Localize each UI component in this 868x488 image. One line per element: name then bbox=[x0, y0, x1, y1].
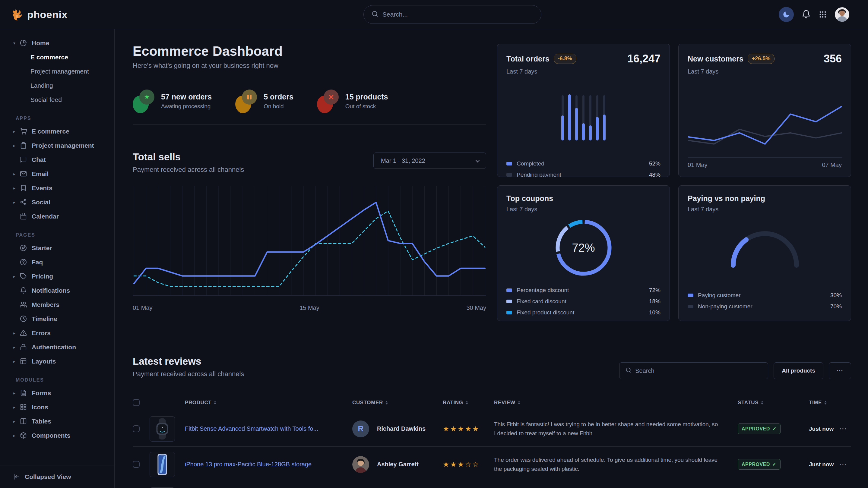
column-header-rating[interactable]: RATING bbox=[443, 400, 494, 406]
column-header-product[interactable]: PRODUCT bbox=[185, 400, 352, 406]
more-options-button[interactable]: ⋯ bbox=[829, 362, 851, 379]
order-stats-row: ★57 new ordersAwating processing5 orders… bbox=[133, 89, 486, 113]
table-row bbox=[133, 482, 851, 488]
total-sells-chart: 01 May15 May30 May bbox=[133, 184, 486, 312]
main-content: Ecommerce Dashboard Here's what's going … bbox=[115, 29, 868, 488]
legend-item: Pending payment48% bbox=[506, 169, 660, 177]
compass-icon bbox=[20, 245, 27, 251]
sidebar-subitem-project-management[interactable]: Project management bbox=[0, 64, 114, 78]
sidebar-item-calendar[interactable]: ▸Calendar bbox=[0, 209, 114, 223]
product-link[interactable]: Fitbit Sense Advanced Smartwatch with To… bbox=[185, 425, 352, 432]
caret-right-icon: ▸ bbox=[13, 143, 20, 148]
x-axis-label: 01 May bbox=[688, 162, 708, 168]
brand-name: phoenix bbox=[27, 9, 67, 21]
sidebar-item-forms[interactable]: ▸Forms bbox=[0, 386, 114, 400]
sidebar-item-errors[interactable]: ▸Errors bbox=[0, 326, 114, 340]
page-title: Ecommerce Dashboard bbox=[133, 44, 486, 59]
row-actions-button[interactable]: ⋯ bbox=[839, 460, 851, 469]
reviews-search-input[interactable] bbox=[635, 367, 762, 375]
product-thumbnail bbox=[150, 416, 175, 442]
legend-item: Fixed card discount18% bbox=[506, 296, 660, 307]
column-header-customer[interactable]: CUSTOMER bbox=[352, 400, 443, 406]
sidebar-item-label: Chat bbox=[32, 156, 46, 163]
stat-green: ★57 new ordersAwating processing bbox=[133, 89, 212, 113]
sidebar-item-label: Icons bbox=[32, 403, 48, 411]
stat-subtitle: Out of stock bbox=[345, 103, 388, 110]
shopping-cart-icon bbox=[20, 128, 27, 135]
theme-toggle-button[interactable] bbox=[779, 7, 794, 22]
legend-label: Fixed card discount bbox=[517, 298, 566, 305]
sidebar-item-home[interactable]: ▾Home bbox=[0, 36, 114, 50]
order-bar bbox=[575, 94, 578, 140]
reviews-search[interactable] bbox=[619, 362, 768, 379]
collapse-sidebar-button[interactable]: Collapsed View bbox=[0, 465, 114, 488]
sidebar-item-faq[interactable]: ▸Faq bbox=[0, 255, 114, 269]
status-badge: APPROVED✓ bbox=[738, 459, 780, 469]
sidebar-item-icons[interactable]: ▸Icons bbox=[0, 400, 114, 414]
rating-stars: ★★★☆☆ bbox=[443, 460, 494, 469]
sidebar-subitem-e-commerce[interactable]: E commerce bbox=[0, 50, 114, 64]
order-bar bbox=[561, 94, 564, 140]
sidebar-item-events[interactable]: ▸Events bbox=[0, 181, 114, 195]
clipboard-icon bbox=[20, 142, 27, 149]
paying-card: Paying vs non paying Last 7 days Paying … bbox=[678, 185, 851, 321]
legend-label: Completed bbox=[517, 160, 545, 167]
sidebar-item-project-management[interactable]: ▸Project management bbox=[0, 138, 114, 153]
x-axis-label: 07 May bbox=[822, 162, 842, 168]
coupons-donut-chart: 72% bbox=[553, 218, 614, 278]
sidebar-item-pricing[interactable]: ▸Pricing bbox=[0, 269, 114, 283]
sidebar-item-tables[interactable]: ▸Tables bbox=[0, 414, 114, 428]
apps-grid-button[interactable] bbox=[818, 10, 827, 19]
notifications-button[interactable] bbox=[802, 10, 811, 20]
column-header-time[interactable]: TIME bbox=[809, 400, 839, 406]
column-header-review[interactable]: REVIEW bbox=[494, 400, 738, 406]
global-search[interactable] bbox=[364, 5, 541, 24]
user-avatar[interactable] bbox=[835, 7, 849, 22]
column-header-status[interactable]: STATUS bbox=[738, 400, 809, 406]
grid-dots-icon bbox=[818, 10, 827, 19]
sidebar-item-layouts[interactable]: ▸Layouts bbox=[0, 354, 114, 368]
sidebar-item-timeline[interactable]: ▸Timeline bbox=[0, 312, 114, 326]
reviews-table-body: Fitbit Sense Advanced Smartwatch with To… bbox=[133, 411, 851, 488]
collapse-arrow-icon bbox=[13, 473, 20, 481]
sidebar-item-e-commerce[interactable]: ▸E commerce bbox=[0, 124, 114, 138]
date-range-select[interactable]: Mar 1 - 31, 2022 bbox=[373, 153, 486, 169]
nav-section-label: PAGES bbox=[0, 232, 114, 238]
caret-right-icon: ▸ bbox=[13, 186, 20, 191]
legend-color-chip bbox=[506, 311, 512, 314]
page-subtitle: Here's what's going on at your business … bbox=[133, 62, 486, 70]
sidebar-item-components[interactable]: ▸Components bbox=[0, 428, 114, 443]
all-products-button[interactable]: All products bbox=[774, 362, 824, 379]
brand-logo[interactable]: phoenix bbox=[11, 8, 67, 21]
total-sells-x-labels: 01 May15 May30 May bbox=[133, 304, 486, 312]
order-bar bbox=[596, 94, 599, 140]
bar-fill bbox=[596, 117, 599, 140]
product-link[interactable]: iPhone 13 pro max-Pacific Blue-128GB sto… bbox=[185, 461, 352, 468]
orders-bar-chart bbox=[506, 94, 660, 140]
card-title: Top coupons bbox=[506, 194, 553, 203]
sidebar-subitem-landing[interactable]: Landing bbox=[0, 78, 114, 93]
sidebar-item-label: Notifications bbox=[32, 287, 70, 294]
sidebar-item-starter[interactable]: ▸Starter bbox=[0, 241, 114, 255]
caret-right-icon: ▸ bbox=[13, 129, 20, 134]
new-customers-card: New customers +26.5% 356 Last 7 days 01 … bbox=[678, 44, 851, 177]
search-icon bbox=[372, 10, 378, 19]
bar-fill bbox=[582, 123, 585, 140]
sidebar-item-members[interactable]: ▸Members bbox=[0, 297, 114, 312]
sidebar-subitem-social-feed[interactable]: Social feed bbox=[0, 93, 114, 107]
sidebar: ▾HomeE commerceProject managementLanding… bbox=[0, 29, 115, 488]
row-checkbox[interactable] bbox=[133, 425, 140, 432]
row-checkbox[interactable] bbox=[133, 461, 140, 468]
global-search-input[interactable] bbox=[382, 11, 533, 18]
sidebar-item-chat[interactable]: ▸Chat bbox=[0, 153, 114, 167]
sidebar-item-email[interactable]: ▸Email bbox=[0, 167, 114, 181]
sidebar-item-label: Components bbox=[32, 432, 70, 439]
caret-right-icon: ▸ bbox=[13, 433, 20, 438]
select-all-checkbox[interactable] bbox=[133, 399, 140, 406]
sidebar-item-notifications[interactable]: ▸Notifications bbox=[0, 283, 114, 297]
x-axis-label: 01 May bbox=[133, 304, 153, 312]
file-text-icon bbox=[20, 389, 27, 396]
sidebar-item-authentication[interactable]: ▸Authentication bbox=[0, 340, 114, 354]
sidebar-item-social[interactable]: ▸Social bbox=[0, 195, 114, 209]
row-actions-button[interactable]: ⋯ bbox=[839, 424, 851, 433]
